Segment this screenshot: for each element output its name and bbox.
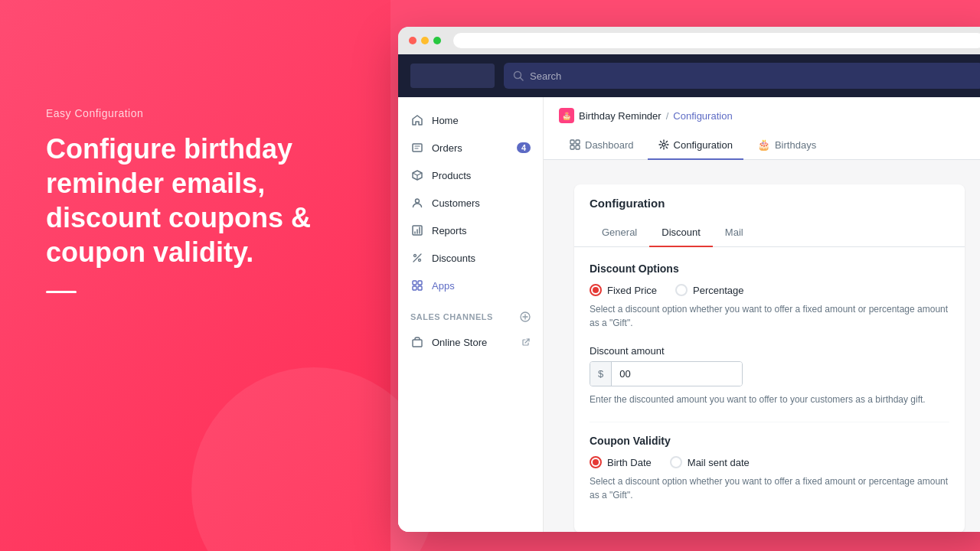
discount-type-radio-group: Fixed Price Percentage: [590, 284, 949, 296]
sidebar-item-home[interactable]: Home: [398, 106, 543, 134]
sidebar-item-products[interactable]: Products: [398, 161, 543, 189]
left-divider: [46, 291, 77, 293]
breadcrumb-current-page: Configuration: [673, 110, 732, 122]
configuration-tab-icon: [658, 139, 669, 150]
sidebar-home-label: Home: [432, 115, 459, 126]
sidebar-item-online-store[interactable]: Online Store: [398, 328, 543, 356]
page-header: 🎂 Birthday Reminder / Configuration: [544, 97, 980, 160]
tab-configuration[interactable]: Configuration: [648, 131, 743, 160]
config-tab-mail-label: Mail: [725, 227, 743, 238]
config-tab-discount[interactable]: Discount: [649, 219, 713, 247]
config-tabs: General Discount Mail: [574, 219, 965, 247]
discount-amount-helper: Enter the discounted amount you want to …: [590, 393, 949, 406]
tab-birthdays[interactable]: 🎂 Birthdays: [746, 131, 827, 160]
radio-fixed-price[interactable]: Fixed Price: [590, 284, 657, 296]
svg-line-6: [413, 173, 417, 175]
config-tab-mail[interactable]: Mail: [713, 219, 756, 247]
tab-dashboard-label: Dashboard: [585, 139, 634, 151]
radio-mail-sent-date[interactable]: Mail sent date: [670, 456, 750, 468]
svg-point-14: [419, 259, 421, 262]
breadcrumb: 🎂 Birthday Reminder / Configuration: [544, 97, 980, 123]
config-tab-general-label: General: [602, 227, 637, 238]
breadcrumb-app-name: Birthday Reminder: [579, 110, 662, 122]
svg-rect-26: [576, 140, 580, 144]
browser-frame: Search Home: [398, 27, 980, 532]
sidebar-item-orders[interactable]: Orders 4: [398, 134, 543, 161]
coupon-validity-radio-group: Birth Date Mail sent date: [590, 456, 949, 468]
nav-logo: [410, 64, 495, 88]
left-subtitle: Easy Configuration: [46, 107, 337, 119]
svg-rect-19: [418, 286, 422, 290]
radio-birth-date-circle: [590, 456, 602, 468]
search-placeholder: Search: [530, 70, 561, 82]
discount-amount-input-group: $: [590, 361, 743, 386]
add-sales-channel-icon[interactable]: [520, 311, 531, 322]
sidebar-item-customers[interactable]: Customers: [398, 189, 543, 217]
svg-line-7: [417, 173, 422, 175]
svg-line-24: [525, 339, 529, 343]
svg-point-8: [416, 199, 420, 203]
svg-rect-28: [576, 145, 580, 149]
top-nav: Search: [398, 54, 980, 97]
browser-url-bar: [453, 33, 980, 48]
configuration-card: Configuration General Discount Mail: [574, 184, 965, 532]
svg-rect-25: [570, 140, 574, 144]
card-title: Configuration: [574, 184, 965, 219]
tab-configuration-label: Configuration: [674, 139, 733, 151]
radio-mail-sent-date-circle: [670, 456, 682, 468]
radio-percentage-circle: [675, 284, 688, 296]
shopify-admin: Search Home: [398, 54, 980, 532]
svg-rect-18: [413, 286, 416, 290]
sidebar-item-discounts[interactable]: Discounts: [398, 244, 543, 272]
section-divider: [590, 422, 949, 422]
svg-line-15: [413, 254, 421, 262]
sidebar-item-apps[interactable]: Apps: [398, 272, 543, 299]
radio-fixed-price-circle: [590, 284, 602, 296]
orders-badge: 4: [517, 142, 531, 153]
page-tabs: Dashboard Configuration: [544, 123, 980, 160]
search-icon: [513, 70, 524, 81]
discount-amount-input[interactable]: [612, 362, 743, 386]
radio-mail-sent-date-label: Mail sent date: [688, 457, 750, 468]
sidebar-item-reports[interactable]: Reports: [398, 217, 543, 244]
svg-rect-17: [418, 281, 422, 285]
discount-amount-label: Discount amount: [590, 345, 949, 357]
radio-percentage[interactable]: Percentage: [675, 284, 744, 296]
left-content-panel: Easy Configuration Configure birthday re…: [46, 107, 337, 293]
birthdays-tab-icon: 🎂: [757, 139, 770, 151]
radio-birth-date-label: Birth Date: [607, 457, 652, 468]
external-link-icon: [521, 337, 531, 347]
svg-rect-27: [570, 145, 574, 149]
svg-rect-2: [413, 144, 422, 152]
svg-point-13: [414, 255, 416, 257]
discounts-icon: [410, 251, 424, 265]
search-bar[interactable]: Search: [504, 63, 980, 89]
home-icon: [410, 113, 424, 127]
form-content: Discount Options Fixed Price Percentage: [574, 247, 965, 532]
svg-point-29: [662, 143, 665, 146]
radio-birth-date[interactable]: Birth Date: [590, 456, 652, 468]
products-icon: [410, 168, 424, 182]
breadcrumb-separator: /: [666, 110, 669, 122]
sidebar: Home Orders 4: [398, 97, 544, 532]
config-tab-general[interactable]: General: [590, 219, 649, 247]
coupon-validity-helper: Select a discount option whether you wan…: [590, 474, 949, 502]
radio-fixed-price-label: Fixed Price: [607, 285, 657, 296]
orders-icon: [410, 141, 424, 155]
sales-channels-title: SALES CHANNELS: [398, 299, 543, 328]
tab-birthdays-label: Birthdays: [775, 139, 816, 151]
sidebar-discounts-label: Discounts: [432, 253, 475, 264]
customers-icon: [410, 196, 424, 210]
sidebar-reports-label: Reports: [432, 225, 467, 236]
content-area: 🎂 Birthday Reminder / Configuration: [544, 97, 980, 532]
browser-chrome: [398, 27, 980, 54]
sidebar-orders-label: Orders: [432, 142, 462, 154]
browser-close-dot: [409, 37, 416, 44]
sidebar-online-store-label: Online Store: [432, 337, 487, 348]
svg-rect-23: [413, 340, 422, 347]
config-tab-discount-label: Discount: [662, 227, 701, 238]
browser-maximize-dot: [433, 37, 441, 44]
store-icon: [410, 335, 424, 349]
main-area: Home Orders 4: [398, 97, 980, 532]
tab-dashboard[interactable]: Dashboard: [559, 131, 645, 160]
